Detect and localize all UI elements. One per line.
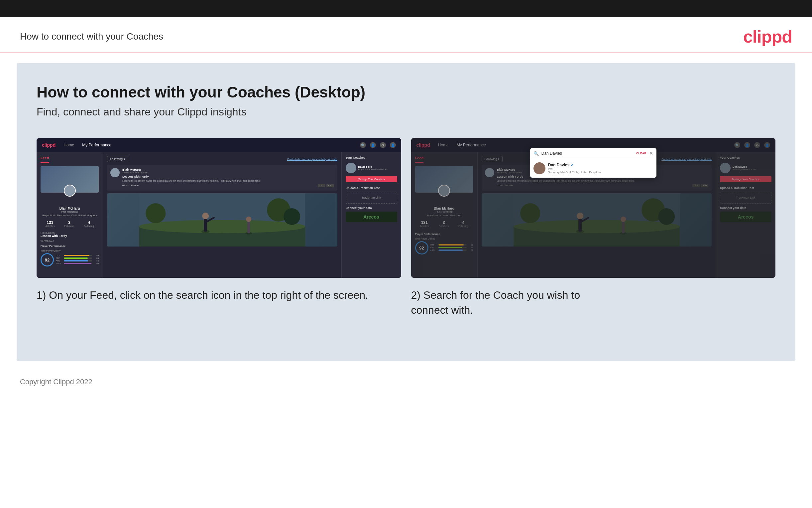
- total-quality-label: Total Player Quality: [41, 250, 99, 252]
- perf-section-right: Player Performance Total Player Quality …: [415, 232, 473, 254]
- result-name: Dan Davies ✔: [548, 163, 601, 167]
- following-button[interactable]: Following ▾: [107, 156, 128, 162]
- tag-ott-r: OTT: [692, 184, 700, 187]
- main-content: How to connect with your Coaches (Deskto…: [17, 63, 795, 361]
- svg-rect-7: [204, 218, 207, 231]
- quality-score: 92: [41, 253, 54, 266]
- quality-row: 92 OTT 90 APP: [41, 253, 99, 266]
- trackman-box: Trackman Link: [346, 192, 397, 204]
- settings-icon[interactable]: ⚙: [380, 142, 386, 148]
- clippd-logo: clippd: [743, 27, 792, 47]
- search-icon[interactable]: 🔍: [360, 142, 366, 148]
- step2-screenshot: clippd Home My Performance 🔍 👤 ⚙ 👤 Feed: [411, 138, 776, 278]
- stat-following: 4 Following: [84, 220, 94, 227]
- perf-title: Player Performance: [41, 245, 99, 248]
- lesson-avatar-right: [485, 168, 494, 177]
- manage-coaches-button[interactable]: Manage Your Coaches: [346, 176, 397, 182]
- search-input-value[interactable]: Dan Davies: [541, 151, 633, 156]
- nav-item-performance: My Performance: [82, 143, 111, 147]
- svg-point-3: [146, 203, 165, 223]
- duration-text: 01 hr : 30 min: [122, 184, 139, 187]
- avatar-icon-right[interactable]: 👤: [764, 142, 770, 148]
- right-coaches-panel: Your Coaches David Ford Royal North Devo…: [341, 152, 401, 278]
- stat-activities: 131 Activities: [46, 220, 55, 227]
- quality-score-right: 92: [415, 241, 428, 254]
- bar-ott-r: OTT 90: [430, 244, 473, 246]
- svg-point-25: [621, 217, 626, 222]
- feed-tab: Feed: [41, 156, 49, 163]
- step2-block: clippd Home My Performance 🔍 👤 ⚙ 👤 Feed: [411, 138, 776, 318]
- nav-logo-right: clippd: [417, 142, 430, 148]
- bar-arg-r: ARG 86: [430, 249, 473, 251]
- stat-activities-right: 131 Activities: [420, 220, 429, 227]
- left-panel-right: Feed Blair McHarg Plus Handicap Royal No…: [411, 152, 478, 278]
- nav-logo: clippd: [42, 142, 55, 148]
- lesson-card: Blair McHarg Yesterday · Sunningdale Les…: [107, 165, 337, 190]
- profile-name-right: Blair McHarg: [415, 207, 473, 210]
- control-link-right[interactable]: Control who can see your activity and da…: [661, 158, 712, 161]
- footer: Copyright Clippd 2022: [0, 371, 812, 396]
- avatar-right: [438, 185, 450, 197]
- screenshots-row: clippd Home My Performance 🔍 👤 ⚙ 👤: [37, 138, 775, 318]
- arccos-r: Arccos: [720, 212, 771, 222]
- coach-club-r: Sunningdale Golf Club: [732, 168, 756, 171]
- nav-icons: 🔍 👤 ⚙ 👤: [360, 142, 396, 148]
- tag-ott: OTT: [318, 184, 325, 187]
- svg-point-2: [139, 220, 305, 233]
- svg-point-5: [284, 208, 300, 225]
- upload-title-r: Upload a Trackman Test: [720, 186, 771, 189]
- total-quality-right: Total Player Quality: [415, 238, 473, 240]
- bars-right: OTT 90 APP 85: [430, 244, 473, 252]
- avatar-icon[interactable]: 👤: [390, 142, 396, 148]
- connect-title: Connect your data: [346, 206, 397, 210]
- duration-row: 01 hr : 30 min OTT APP: [122, 184, 334, 187]
- activity-name: Lesson with Fordy: [41, 234, 99, 238]
- search-icon-right[interactable]: 🔍: [734, 142, 740, 148]
- tags-right: OTT APP: [692, 184, 708, 187]
- step1-screenshot: clippd Home My Performance 🔍 👤 ⚙ 👤: [37, 138, 401, 278]
- bar-ott: OTT 90: [56, 254, 99, 256]
- profile-stats: 131 Activities 3 Followers 4 Following: [41, 220, 99, 227]
- golf-scene-svg-right: [482, 193, 712, 247]
- bar-app-r: APP 85: [430, 247, 473, 249]
- avatar: [64, 185, 76, 197]
- coach-club: Royal North Devon Golf Club: [358, 168, 388, 171]
- connect-section-r: Connect your data Arccos: [720, 206, 771, 222]
- profile-club-right: Royal North Devon Golf Club: [415, 214, 473, 217]
- manage-btn-r[interactable]: Manage Your Coaches: [720, 176, 771, 182]
- lesson-desc: Looking to feel like my hands are exitin…: [122, 179, 334, 183]
- settings-icon-right[interactable]: ⚙: [754, 142, 760, 148]
- svg-point-21: [577, 213, 583, 219]
- your-coaches-title-r: Your Coaches: [720, 156, 771, 159]
- following-button-right[interactable]: Following ▾: [482, 156, 503, 162]
- search-result-item[interactable]: Dan Davies ✔ Pro Sunningdale Golf Club, …: [530, 159, 657, 178]
- verified-icon: ✔: [571, 163, 574, 167]
- app-body: Feed Blair McHarg Plus Handicap Royal No…: [37, 152, 401, 278]
- following-row: Following ▾ Control who can see your act…: [107, 156, 337, 162]
- app-nav: clippd Home My Performance 🔍 👤 ⚙ 👤: [37, 138, 401, 152]
- tag-app: APP: [326, 184, 334, 187]
- svg-point-12: [246, 217, 251, 222]
- user-icon[interactable]: 👤: [370, 142, 376, 148]
- coach-name: David Ford: [358, 165, 388, 168]
- duration-right: 01 hr : 30 min: [497, 184, 513, 187]
- svg-point-8: [202, 213, 209, 219]
- control-link[interactable]: Control who can see your activity and da…: [287, 158, 337, 161]
- perf-title-right: Player Performance: [415, 232, 473, 236]
- clear-button[interactable]: CLEAR: [636, 152, 647, 155]
- lesson-date: Yesterday · Sunningdale: [122, 171, 334, 174]
- main-subtitle: Find, connect and share your Clippd insi…: [37, 106, 775, 118]
- close-search-button[interactable]: ✕: [649, 151, 653, 156]
- user-icon-right[interactable]: 👤: [744, 142, 750, 148]
- stat-followers-right: 3 Followers: [439, 220, 449, 227]
- step1-block: clippd Home My Performance 🔍 👤 ⚙ 👤: [37, 138, 401, 318]
- latest-activity-label: Latest Activity: [41, 232, 99, 234]
- coach-item-r: Dan Davies Sunningdale Golf Club: [720, 163, 771, 173]
- svg-rect-24: [622, 221, 625, 233]
- copyright-text: Copyright Clippd 2022: [20, 378, 92, 386]
- search-icon-overlay: 🔍: [533, 151, 539, 156]
- middle-panel: Following ▾ Control who can see your act…: [103, 152, 341, 278]
- svg-rect-11: [247, 221, 250, 233]
- nav-item-home: Home: [63, 143, 74, 147]
- golf-scene-svg: [107, 193, 337, 247]
